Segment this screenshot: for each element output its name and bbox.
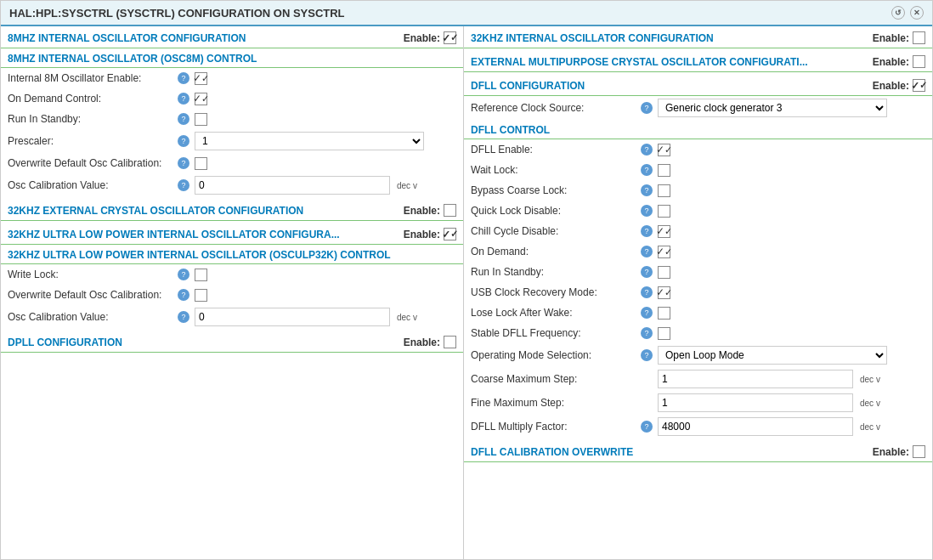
input-dfll-multiply[interactable] [658,417,853,436]
select-ref-clock-src[interactable]: Generic clock generator 3 [658,99,887,117]
section-osc8m-control: 8MHZ INTERNAL OSCILLATOR (OSC8M) CONTROL [1,48,463,68]
field-prescaler: Prescaler: ? 1248 [1,129,463,153]
enable-label-dfll-cal-overwrite: Enable: [873,446,909,458]
help-on-demand[interactable]: ? [178,93,189,105]
enable-label-8mhz: Enable: [404,32,440,44]
label-fine-max-step: Fine Maximum Step: [471,397,641,409]
help-run-standby[interactable]: ? [178,113,189,125]
field-coarse-max-step: Coarse Maximum Step: ? dec v [464,367,932,391]
control-dfll-multiply: dec v [658,417,925,436]
checkbox-write-lock[interactable] [195,269,207,281]
enable-label-32khz-ulp: Enable: [404,229,440,240]
select-prescaler[interactable]: 1248 [195,132,424,150]
checkbox-lose-lock-wake[interactable] [658,307,670,320]
checkbox-quick-lock-disable[interactable] [658,205,670,218]
control-prescaler: 1248 [195,132,456,150]
control-ref-clock-src: Generic clock generator 3 [658,99,925,117]
help-wait-lock[interactable]: ? [641,164,653,176]
control-quick-lock-disable [658,205,925,218]
help-overwrite-cal-ulp[interactable]: ? [178,289,189,301]
help-lose-lock-wake[interactable]: ? [641,307,653,319]
field-write-lock: Write Lock: ? [1,264,463,285]
checkbox-bypass-coarse[interactable] [658,184,670,197]
enable-checkbox-32khz-ext[interactable] [444,204,456,217]
section-32khz-int-osc-label: 32KHZ INTERNAL OSCILLATOR CONFIGURATION [471,32,714,44]
help-osc-cal-val-ulp[interactable]: ? [178,311,189,323]
enable-checkbox-8mhz[interactable]: ✓ [444,31,456,44]
control-fine-max-step: dec v [658,393,925,412]
refresh-icon[interactable]: ↺ [891,6,905,20]
section-8mhz-int-osc-label: 8MHZ INTERNAL OSCILLATOR CONFIGURATION [8,32,246,44]
label-dfll-enable: DFLL Enable: [471,144,641,156]
checkbox-chill-cycle-disable[interactable]: ✓ [658,225,670,238]
control-osc-cal-val: dec v [195,176,456,195]
label-ref-clock-src: Reference Clock Source: [471,102,641,114]
help-osc-cal-val[interactable]: ? [178,179,189,191]
field-quick-lock-disable: Quick Lock Disable: ? [464,201,932,221]
section-32khz-ext-crystal: 32KHZ EXTERNAL CRYSTAL OSCILLATOR CONFIG… [1,199,463,221]
help-int8m-enable[interactable]: ? [178,72,189,84]
label-on-demand: On Demand Control: [8,93,178,105]
checkbox-int8m-enable[interactable]: ✓ [195,72,207,85]
help-ref-clock-src[interactable]: ? [641,102,653,114]
help-write-lock[interactable]: ? [178,269,189,280]
checkbox-usb-clock-recovery[interactable]: ✓ [658,286,670,299]
control-coarse-max-step: dec v [658,370,925,388]
decv-osc-cal-val-ulp: dec v [397,313,417,322]
checkbox-overwrite-cal[interactable] [195,157,207,170]
enable-area-dfll: Enable: ✓ [873,79,925,92]
input-fine-max-step[interactable] [658,393,853,412]
label-run-standby: Run In Standby: [8,113,178,125]
control-op-mode-sel: Open Loop Mode Closed Loop Mode [658,346,925,365]
section-osculp32k-control-label: 32KHZ ULTRA LOW POWER INTERNAL OSCILLATO… [8,249,391,261]
enable-checkbox-ext-multi[interactable] [913,55,925,68]
field-fine-max-step: Fine Maximum Step: ? dec v [464,391,932,415]
input-osc-cal-val-ulp[interactable] [195,308,390,326]
label-overwrite-cal: Overwrite Default Osc Calibration: [8,157,178,169]
help-stable-dfll-freq[interactable]: ? [641,327,653,339]
enable-checkbox-dfll[interactable]: ✓ [913,79,925,92]
enable-label-dfll: Enable: [873,80,909,92]
select-op-mode-sel[interactable]: Open Loop Mode Closed Loop Mode [658,346,887,365]
help-bypass-coarse[interactable]: ? [641,184,653,196]
help-dfll-run-standby[interactable]: ? [641,266,653,278]
help-usb-clock-recovery[interactable]: ? [641,286,653,298]
checkbox-dfll-enable[interactable]: ✓ [658,144,670,156]
input-coarse-max-step[interactable] [658,370,853,388]
control-overwrite-cal [195,157,456,170]
checkbox-on-demand[interactable]: ✓ [195,93,207,105]
close-icon[interactable]: ✕ [910,6,924,20]
checkbox-overwrite-cal-ulp[interactable] [195,289,207,302]
checkbox-dfll-on-demand[interactable]: ✓ [658,246,670,258]
label-write-lock: Write Lock: [8,269,178,280]
input-osc-cal-val[interactable] [195,176,390,195]
checkbox-run-standby[interactable] [195,113,207,126]
enable-checkbox-32khz-ulp[interactable]: ✓ [444,228,456,240]
help-dfll-multiply[interactable]: ? [641,421,653,433]
control-overwrite-cal-ulp [195,289,456,302]
help-quick-lock-disable[interactable]: ? [641,205,653,217]
checkbox-wait-lock[interactable] [658,164,670,177]
label-lose-lock-wake: Lose Lock After Wake: [471,307,641,319]
checkbox-dfll-run-standby[interactable] [658,266,670,279]
help-overwrite-cal[interactable]: ? [178,157,189,169]
field-bypass-coarse: Bypass Coarse Lock: ? [464,180,932,201]
enable-checkbox-32khz-int[interactable] [913,31,925,44]
section-ext-multipurpose-label: EXTERNAL MULTIPURPOSE CRYSTAL OSCILLATOR… [471,56,808,68]
help-dfll-on-demand[interactable]: ? [641,246,653,257]
label-chill-cycle-disable: Chill Cycle Disable: [471,225,641,237]
help-dfll-enable[interactable]: ? [641,144,653,156]
title-bar-icons: ↺ ✕ [891,6,924,20]
field-dfll-multiply: DFLL Multiply Factor: ? dec v [464,415,932,438]
control-stable-dfll-freq [658,327,925,340]
checkbox-stable-dfll-freq[interactable] [658,327,670,340]
label-wait-lock: Wait Lock: [471,164,641,176]
help-chill-cycle-disable[interactable]: ? [641,225,653,237]
enable-checkbox-dpll-left[interactable] [444,336,456,348]
enable-checkbox-dfll-cal-overwrite[interactable] [913,445,925,458]
help-op-mode-sel[interactable]: ? [641,349,653,361]
help-prescaler[interactable]: ? [178,135,189,147]
label-dfll-multiply: DFLL Multiply Factor: [471,421,641,433]
control-lose-lock-wake [658,307,925,320]
section-ext-multipurpose: EXTERNAL MULTIPURPOSE CRYSTAL OSCILLATOR… [464,50,932,72]
